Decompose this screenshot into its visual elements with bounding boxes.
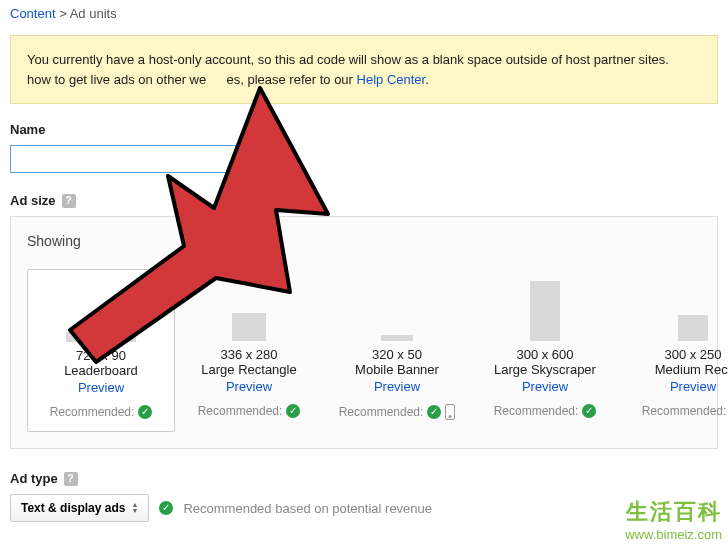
host-only-notice: You currently have a host-only account, … [10,35,718,104]
preview-link[interactable]: Preview [181,379,317,394]
recommended-row: Recommended:✓ [329,404,465,420]
size-name: Medium Rect [625,362,728,377]
size-dimensions: 300 x 600 [477,347,613,362]
recommended-row: Recommended:✓ [625,404,728,418]
preview-link[interactable]: Preview [34,380,168,395]
size-card[interactable]: 300 x 600Large SkyscraperPreviewRecommen… [471,269,619,432]
recommended-row: Recommended:✓ [34,405,168,419]
size-name: Leaderboard [34,363,168,378]
size-preview-shape [34,278,168,342]
rec-text: Recommended based on potential revenue [183,501,432,516]
size-card[interactable]: 728 x 90LeaderboardPreviewRecommended:✓ [27,269,175,432]
preview-link[interactable]: Preview [329,379,465,394]
name-input[interactable] [10,145,270,173]
size-preview-shape [625,277,728,341]
size-dimensions: 300 x 250 [625,347,728,362]
check-icon: ✓ [159,501,173,515]
breadcrumb-content-link[interactable]: Content [10,6,56,21]
recommended-row: Recommended:✓ [477,404,613,418]
spinner-icon: ▲▼ [131,502,138,514]
breadcrumb-current: Ad units [70,6,117,21]
name-label: Name [10,122,718,137]
ad-type-label: Ad type ? [10,471,718,486]
check-icon: ✓ [138,405,152,419]
ad-type-select[interactable]: Text & display ads ▲▼ [10,494,149,522]
size-name: Large Skyscraper [477,362,613,377]
check-icon: ✓ [286,404,300,418]
check-icon: ✓ [582,404,596,418]
size-card[interactable]: 336 x 280Large RectanglePreviewRecommend… [175,269,323,432]
size-dimensions: 728 x 90 [34,348,168,363]
breadcrumb: Content > Ad units [0,0,728,27]
size-preview-shape [181,277,317,341]
help-icon[interactable]: ? [62,194,76,208]
help-icon[interactable]: ? [64,472,78,486]
ad-size-panel: Showing 728 x 90LeaderboardPreviewRecomm… [10,216,718,449]
preview-link[interactable]: Preview [477,379,613,394]
size-name: Mobile Banner [329,362,465,377]
size-cards: 728 x 90LeaderboardPreviewRecommended:✓3… [27,269,701,432]
size-dimensions: 336 x 280 [181,347,317,362]
check-icon: ✓ [427,405,441,419]
mobile-icon [445,404,455,420]
showing-label: Showing [27,233,701,249]
size-preview-shape [329,277,465,341]
size-card[interactable]: 300 x 250Medium RectPreviewRecommended:✓ [619,269,728,432]
ad-size-label: Ad size ? [10,193,718,208]
size-card[interactable]: 320 x 50Mobile BannerPreviewRecommended:… [323,269,471,432]
recommended-row: Recommended:✓ [181,404,317,418]
size-preview-shape [477,277,613,341]
help-center-link[interactable]: Help Center [357,72,426,87]
preview-link[interactable]: Preview [625,379,728,394]
size-name: Large Rectangle [181,362,317,377]
size-dimensions: 320 x 50 [329,347,465,362]
